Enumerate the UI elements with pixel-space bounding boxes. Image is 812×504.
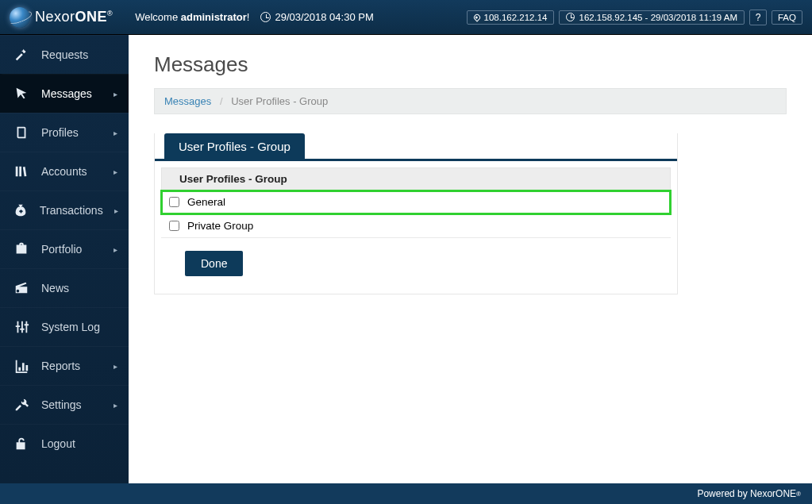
footer-reg: ® [796,491,801,498]
breadcrumb: Messages / User Profiles - Group [154,88,787,114]
sidebar-item-reports[interactable]: Reports▸ [0,346,129,385]
sidebar-item-logout[interactable]: Logout [0,424,129,463]
panel: User Profiles - Group User Profiles - Gr… [154,133,678,294]
sliders-icon [13,319,30,335]
topbar: NexorONE® Welcome administrator! 29/03/2… [0,0,812,35]
group-label: Private Group [187,220,253,232]
brand-name-b: ONE [75,9,108,25]
clock-icon [260,12,271,22]
moneybag-icon [13,202,29,218]
sidebar: RequestsMessages▸Profiles▸Accounts▸Trans… [0,35,129,483]
sidebar-item-label: Reports [41,360,102,372]
sidebar-item-label: Transactions [40,204,103,217]
sidebar-item-label: Profiles [41,126,102,139]
group-checkbox[interactable] [169,197,179,207]
sidebar-item-label: Portfolio [41,243,102,256]
chart-icon [13,358,30,374]
chevron-right-icon: ▸ [114,129,117,137]
sidebar-item-label: System Log [41,321,117,333]
lock-icon [13,436,30,452]
done-button[interactable]: Done [185,251,243,276]
faq-button[interactable]: FAQ [772,10,802,25]
books-icon [13,164,30,179]
brand-logo[interactable]: NexorONE® [10,7,113,28]
brand-reg: ® [107,10,113,17]
cursor-icon [13,86,30,102]
server-datetime: 29/03/2018 04:30 PM [260,11,373,23]
footer: Powered by NexorONE® [0,483,812,504]
content-area: Messages Messages / User Profiles - Grou… [129,35,812,483]
book-icon [13,125,30,140]
sidebar-item-messages[interactable]: Messages▸ [0,74,129,113]
datetime-text: 29/03/2018 04:30 PM [275,11,373,23]
welcome-text: Welcome administrator! [135,11,249,23]
table-header: User Profiles - Group [161,167,671,190]
chevron-right-icon: ▸ [114,245,117,254]
group-checkbox[interactable] [169,221,179,231]
brand-orb-icon [10,7,30,28]
sidebar-item-system-log[interactable]: System Log [0,307,129,346]
radio-icon [13,280,30,296]
brand-name-a: Nexor [35,9,75,25]
sidebar-item-accounts[interactable]: Accounts▸ [0,152,129,190]
group-label: General [187,196,225,208]
briefcase-icon [13,241,30,257]
sidebar-item-label: News [41,282,117,294]
sidebar-item-portfolio[interactable]: Portfolio▸ [0,229,129,268]
sidebar-item-label: Messages [41,87,102,100]
current-ip-text: 108.162.212.14 [484,13,548,22]
chevron-right-icon: ▸ [114,167,117,176]
sidebar-item-settings[interactable]: Settings▸ [0,385,129,424]
group-row[interactable]: Private Group [161,214,671,238]
last-ip-text: 162.158.92.145 - 29/03/2018 11:19 AM [579,13,737,22]
tab-row: User Profiles - Group [155,133,677,161]
tab-user-profiles-group[interactable]: User Profiles - Group [164,133,305,159]
page-title: Messages [154,52,787,77]
chevron-right-icon: ▸ [114,206,118,215]
sidebar-item-profiles[interactable]: Profiles▸ [0,113,129,152]
chevron-right-icon: ▸ [114,362,117,371]
sidebar-item-label: Logout [41,437,117,450]
help-button[interactable]: ? [749,10,767,25]
sidebar-item-label: Settings [41,398,102,411]
tools-icon [13,397,30,413]
sidebar-item-news[interactable]: News [0,268,129,307]
group-row[interactable]: General [161,190,671,214]
wand-icon [13,47,30,63]
footer-text: Powered by NexorONE [697,488,796,499]
sidebar-item-requests[interactable]: Requests [0,35,129,74]
pin-icon [472,13,481,21]
sidebar-item-label: Requests [41,48,117,61]
clock-icon [566,13,575,21]
chevron-right-icon: ▸ [114,90,117,98]
last-ip-chip[interactable]: 162.158.92.145 - 29/03/2018 11:19 AM [559,10,745,25]
sidebar-item-label: Accounts [41,165,102,178]
breadcrumb-current: User Profiles - Group [231,95,328,107]
chevron-right-icon: ▸ [114,401,117,410]
sidebar-item-transactions[interactable]: Transactions▸ [0,190,129,229]
breadcrumb-root-link[interactable]: Messages [164,95,211,107]
current-ip-chip[interactable]: 108.162.212.14 [467,10,555,25]
